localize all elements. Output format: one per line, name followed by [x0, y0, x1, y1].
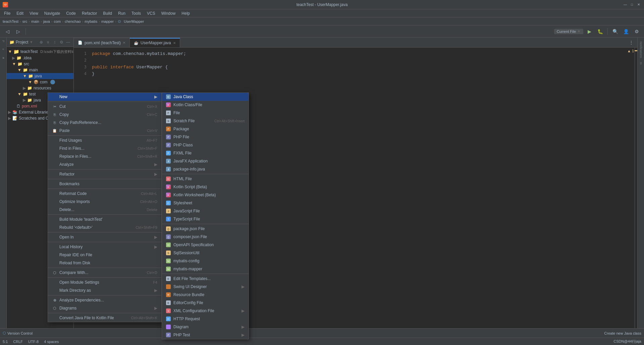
- sub-http-request[interactable]: H HTTP Request: [162, 315, 249, 323]
- sub-fxml[interactable]: F FXML File: [162, 149, 249, 157]
- breadcrumb-usermapper[interactable]: UserMapper: [124, 19, 144, 23]
- ctx-module-settings[interactable]: Open Module Settings F4: [48, 278, 161, 286]
- ctx-analyze-deps[interactable]: ⊕ Analyze Dependencies...: [48, 296, 161, 304]
- ctx-reformat[interactable]: Reformat Code Ctrl+Alt+L: [48, 190, 161, 198]
- settings-button[interactable]: ⚙: [632, 27, 641, 36]
- tab-close-usermapper[interactable]: ✕: [173, 41, 176, 45]
- tree-item-com[interactable]: ▼ 📦 com: [7, 79, 73, 85]
- ctx-reload[interactable]: Reload from Disk: [48, 259, 161, 267]
- panel-dropdown-arrow[interactable]: ▼: [30, 40, 33, 44]
- ctx-delete[interactable]: Delete... Delete: [48, 206, 161, 214]
- tree-item-java[interactable]: ▼ 📁 java: [7, 73, 73, 79]
- sub-package[interactable]: P Package: [162, 125, 249, 133]
- sub-ts[interactable]: T TypeScript File: [162, 215, 249, 223]
- maven-tool[interactable]: m: [639, 61, 643, 66]
- maximize-button[interactable]: □: [629, 2, 635, 7]
- sub-kotlin-script[interactable]: K Kotlin Script (Beta): [162, 183, 249, 191]
- bookmarks-tool-button[interactable]: ★: [2, 56, 5, 60]
- ctx-copy-path[interactable]: ⎘ Copy Path/Reference...: [48, 119, 161, 127]
- breadcrumb-src[interactable]: src: [22, 19, 28, 23]
- sub-composer-json[interactable]: {} composer.json File: [162, 233, 249, 241]
- ctx-bookmarks[interactable]: Bookmarks: [48, 180, 161, 188]
- ctx-optimize[interactable]: Optimize Imports Ctrl+Alt+O: [48, 198, 161, 206]
- breadcrumb-java[interactable]: java: [43, 19, 50, 23]
- menu-help[interactable]: Help: [179, 10, 193, 16]
- tab-pom[interactable]: 📄 pom.xml (teachTest) ✕: [74, 38, 130, 47]
- menu-build[interactable]: Build: [100, 10, 115, 16]
- ctx-rebuild[interactable]: Rebuild '<default>' Ctrl+Shift+F9: [48, 223, 161, 231]
- ctx-replace[interactable]: Replace in Files... Ctrl+Shift+R: [48, 152, 161, 160]
- structure-tool-button[interactable]: ≡: [2, 48, 4, 51]
- ctx-copy[interactable]: ⎘ Copy Ctrl+C: [48, 111, 161, 119]
- menu-refactor[interactable]: Refactor: [79, 10, 100, 16]
- ctx-build-module[interactable]: Build Module 'teachTest': [48, 215, 161, 223]
- sub-xml-config[interactable]: X XML Configuration File ▶: [162, 307, 249, 315]
- minimize-button[interactable]: —: [623, 2, 628, 7]
- panel-collapse-btn[interactable]: ≡: [45, 40, 51, 45]
- sub-package-info[interactable]: J package-info.java: [162, 165, 249, 173]
- panel-locate-btn[interactable]: ⊕: [39, 40, 44, 45]
- sub-file[interactable]: F File: [162, 109, 249, 117]
- ctx-compare[interactable]: ⬡ Compare With... Ctrl+D: [48, 269, 161, 277]
- version-control-btn[interactable]: ⬡ Version Control: [3, 331, 33, 335]
- sub-editor-config[interactable]: E EditorConfig File: [162, 299, 249, 307]
- tree-item-main[interactable]: ▼ 📁 main: [7, 67, 73, 73]
- tree-item-resources[interactable]: ▶ 📁 resources: [7, 85, 73, 91]
- debug-button[interactable]: 🐛: [595, 27, 605, 36]
- sub-php-test[interactable]: P PHP Test ▶: [162, 331, 249, 339]
- tree-item-idea[interactable]: ▶ 📁 .idea: [7, 55, 73, 61]
- search-button[interactable]: 🔍: [610, 27, 620, 36]
- menu-tools[interactable]: Tools: [129, 10, 144, 16]
- sub-js[interactable]: J JavaScript File: [162, 207, 249, 215]
- notifications-tool[interactable]: Notifications: [639, 40, 643, 59]
- panel-settings-btn[interactable]: ⚙: [59, 40, 64, 45]
- close-button[interactable]: ✕: [636, 2, 641, 7]
- menu-file[interactable]: File: [1, 10, 13, 16]
- breadcrumb-mybatis[interactable]: mybatis: [85, 19, 97, 23]
- sub-kotlin-ws[interactable]: K Kotlin Worksheet (Beta): [162, 191, 249, 199]
- ctx-repair-ide[interactable]: Repair IDE on File: [48, 251, 161, 259]
- create-new-java-class[interactable]: Create new Java class: [604, 331, 641, 335]
- breadcrumb-mapper[interactable]: mapper: [101, 19, 114, 23]
- sub-stylesheet[interactable]: C Stylesheet: [162, 199, 249, 207]
- run-config-selector[interactable]: Current File ▼: [554, 29, 583, 34]
- menu-navigate[interactable]: Navigate: [42, 10, 63, 16]
- breadcrumb-chenchao[interactable]: chenchao: [65, 19, 81, 23]
- sub-openapi[interactable]: O OpenAPI Specification: [162, 241, 249, 249]
- menu-edit[interactable]: Edit: [14, 10, 26, 16]
- menu-view[interactable]: View: [27, 10, 41, 16]
- ctx-mark-dir[interactable]: Mark Directory as ▶: [48, 286, 161, 294]
- sub-kotlin-class[interactable]: K Kotlin Class/File: [162, 101, 249, 109]
- ctx-analyze[interactable]: Analyze ▶: [48, 160, 161, 168]
- tree-item-src[interactable]: ▼ 📁 src: [7, 61, 73, 67]
- panel-sort-btn[interactable]: ↕: [52, 40, 57, 45]
- breadcrumb-com[interactable]: com: [54, 19, 61, 23]
- ctx-find-files[interactable]: Find in Files... Ctrl+Shift+F: [48, 144, 161, 152]
- sub-php-class[interactable]: P PHP Class: [162, 141, 249, 149]
- sub-javafx[interactable]: J JavaFX Application: [162, 157, 249, 165]
- menu-vcs[interactable]: VCS: [144, 10, 158, 16]
- sub-scratch[interactable]: S Scratch File Ctrl+Alt+Shift+Insert: [162, 117, 249, 125]
- sub-sql-session[interactable]: S SqlSessionUtil: [162, 249, 249, 257]
- tab-usermapper[interactable]: ☕ UserMapper.java ✕: [130, 38, 180, 47]
- menu-window[interactable]: Window: [159, 10, 178, 16]
- ctx-local-history[interactable]: Local History ▶: [48, 243, 161, 251]
- tab-close-pom[interactable]: ✕: [123, 41, 125, 45]
- ctx-new[interactable]: New ▶: [48, 93, 161, 101]
- toolbar-forward[interactable]: ▷: [13, 27, 23, 36]
- sub-resource-bundle[interactable]: R Resource Bundle: [162, 291, 249, 299]
- ctx-cut[interactable]: ✂ Cut Ctrl+X: [48, 102, 161, 111]
- ctx-find-usages[interactable]: Find Usages Alt+F7: [48, 136, 161, 144]
- breadcrumb-main[interactable]: main: [31, 19, 39, 23]
- sub-package-json[interactable]: {} package.json File: [162, 225, 249, 233]
- breadcrumb-project[interactable]: teachTest: [3, 19, 18, 23]
- sub-edit-templates[interactable]: E Edit File Templates...: [162, 275, 249, 283]
- sub-php-file[interactable]: P PHP File: [162, 133, 249, 141]
- ctx-open-in[interactable]: Open In ▶: [48, 233, 161, 241]
- tree-item-teachtest[interactable]: ▼ 📁 teachTest D:\csdn下载的资料\teachTest: [7, 48, 73, 55]
- ctx-diagrams[interactable]: ⬡ Diagrams ▶: [48, 304, 161, 312]
- panel-minimize-btn[interactable]: —: [65, 40, 71, 45]
- sub-swing-designer[interactable]: Swing UI Designer ▶: [162, 283, 249, 291]
- run-button[interactable]: ▶: [585, 27, 594, 36]
- sub-html[interactable]: H HTML File: [162, 175, 249, 183]
